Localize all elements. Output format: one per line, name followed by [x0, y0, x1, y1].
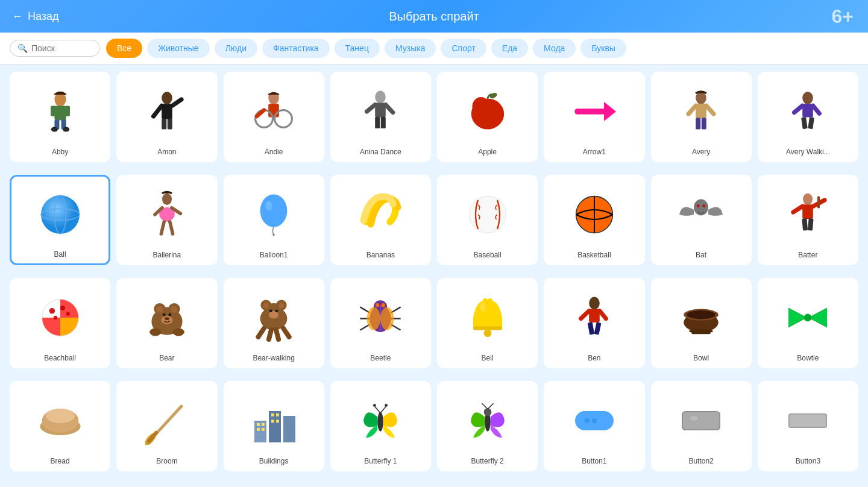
back-button[interactable]: ← Назад — [12, 10, 59, 23]
svg-point-111 — [367, 307, 380, 330]
svg-line-159 — [488, 403, 494, 409]
filter-btn-fashion[interactable]: Мода — [533, 39, 576, 58]
svg-line-98 — [276, 330, 278, 339]
sprite-label-bell: Bell — [441, 354, 534, 362]
sprite-label-abby: Abby — [13, 148, 107, 156]
filter-btn-dance[interactable]: Танец — [335, 39, 380, 58]
sprite-card-bat[interactable]: Bat — [651, 175, 752, 265]
sprite-card-abby[interactable]: Abby — [10, 72, 110, 162]
sprite-card-broom[interactable]: Broom — [116, 381, 217, 471]
sprite-card-beetle[interactable]: Beetle — [330, 278, 431, 368]
sprite-label-amon: Amon — [120, 148, 213, 156]
sprite-image-avery-walking — [761, 78, 855, 145]
svg-point-80 — [171, 306, 177, 313]
sprite-card-bear-walking[interactable]: Bear-walking — [224, 278, 324, 368]
svg-point-62 — [803, 193, 813, 205]
back-arrow-icon: ← — [12, 10, 23, 23]
sprite-card-butterfly1[interactable]: Butterfly 1 — [330, 381, 431, 471]
sprite-card-amon[interactable]: Amon — [116, 72, 217, 162]
svg-point-74 — [53, 316, 57, 319]
sprite-card-batter[interactable]: Batter — [758, 175, 858, 265]
svg-point-103 — [382, 303, 385, 307]
sprite-card-butterfly2[interactable]: Butterfly 2 — [437, 381, 538, 471]
sprite-image-button1 — [547, 387, 641, 454]
sprite-card-apple[interactable]: Apple — [437, 72, 538, 162]
sprite-card-arrow1[interactable]: Arrow1 — [544, 72, 644, 162]
sprite-label-anina-dance: Anina Dance — [334, 148, 427, 156]
sprite-card-bowl[interactable]: Bowl — [651, 278, 752, 368]
svg-line-96 — [259, 328, 265, 337]
filter-btn-fantasy[interactable]: Фантастика — [262, 39, 330, 58]
sprite-card-ben[interactable]: Ben — [544, 278, 644, 368]
filter-btn-music[interactable]: Музыка — [385, 39, 436, 58]
svg-line-24 — [386, 105, 393, 113]
sprite-image-anina-dance — [334, 78, 427, 145]
sprite-card-andie[interactable]: Andie — [224, 72, 324, 162]
sprite-image-broom — [120, 387, 213, 454]
filter-btn-all[interactable]: Все — [106, 39, 142, 58]
sprite-card-basketball[interactable]: Basketball — [544, 175, 644, 265]
sprite-label-bat: Bat — [655, 251, 748, 259]
filter-btn-people[interactable]: Люди — [215, 39, 257, 58]
svg-point-38 — [803, 92, 814, 104]
svg-point-126 — [689, 329, 713, 333]
svg-point-162 — [592, 418, 597, 423]
svg-line-41 — [813, 105, 819, 113]
sprite-card-bananas[interactable]: Bananas — [330, 175, 431, 265]
sprite-card-beachball[interactable]: Beachball — [10, 278, 110, 368]
svg-line-11 — [172, 99, 181, 105]
svg-rect-146 — [262, 428, 265, 431]
sprite-label-ben: Ben — [547, 354, 641, 362]
svg-line-119 — [600, 311, 606, 319]
sprite-card-bowtie[interactable]: Bowtie — [758, 278, 858, 368]
sprite-image-butterfly1 — [334, 387, 427, 454]
sprite-card-balloon1[interactable]: Balloon1 — [224, 175, 324, 265]
sprite-card-avery-walking[interactable]: Avery Walki... — [758, 72, 858, 162]
search-input[interactable] — [31, 43, 92, 53]
sprite-card-anina-dance[interactable]: Anina Dance — [330, 72, 431, 162]
svg-point-8 — [162, 92, 172, 104]
sprite-card-avery[interactable]: Avery — [651, 72, 752, 162]
sprite-image-avery — [655, 78, 748, 145]
svg-rect-149 — [271, 419, 274, 423]
filter-btn-letters[interactable]: Буквы — [580, 39, 626, 58]
svg-rect-18 — [273, 116, 275, 120]
sprite-image-ballerina — [120, 181, 213, 248]
svg-rect-148 — [276, 413, 279, 416]
sprite-card-button2[interactable]: Button2 — [651, 381, 752, 471]
sprite-card-bread[interactable]: Bread — [10, 381, 110, 471]
svg-point-136 — [46, 409, 75, 423]
svg-point-0 — [54, 93, 66, 106]
sprite-card-bell[interactable]: Bell — [437, 278, 538, 368]
sprite-card-button1[interactable]: Button1 — [544, 381, 644, 471]
sprite-card-button3[interactable]: Button3 — [758, 381, 858, 471]
filter-btn-food[interactable]: Еда — [491, 39, 528, 58]
svg-rect-37 — [702, 118, 706, 129]
search-box[interactable]: 🔍 — [10, 40, 100, 57]
sprite-card-ball[interactable]: Ball — [10, 175, 110, 265]
svg-point-16 — [256, 110, 273, 128]
svg-line-118 — [580, 311, 589, 319]
sprite-card-buildings[interactable]: Buildings — [224, 381, 324, 471]
sprite-label-ballerina: Ballerina — [120, 251, 213, 259]
sprite-label-avery: Avery — [655, 148, 748, 156]
sprite-label-baseball: Baseball — [441, 251, 534, 259]
sprite-card-baseball[interactable]: Baseball — [437, 175, 538, 265]
sprite-card-bear[interactable]: Bear — [116, 278, 217, 368]
svg-line-19 — [257, 110, 264, 116]
sprite-label-bowtie: Bowtie — [761, 354, 855, 362]
svg-point-71 — [49, 308, 55, 314]
sprite-image-button3 — [761, 387, 855, 454]
svg-rect-3 — [65, 105, 70, 116]
svg-point-7 — [63, 127, 69, 132]
svg-rect-167 — [790, 415, 826, 427]
filter-btn-sport[interactable]: Спорт — [441, 39, 486, 58]
sprite-label-ball: Ball — [14, 250, 106, 259]
filter-btn-animals[interactable]: Животные — [147, 39, 210, 58]
svg-point-17 — [275, 110, 292, 128]
sprite-image-butterfly2 — [441, 387, 534, 454]
sprite-label-bread: Bread — [13, 457, 107, 465]
sprite-label-butterfly1: Butterfly 1 — [334, 457, 427, 465]
sprite-card-ballerina[interactable]: Ballerina — [116, 175, 217, 265]
svg-rect-43 — [808, 117, 815, 129]
